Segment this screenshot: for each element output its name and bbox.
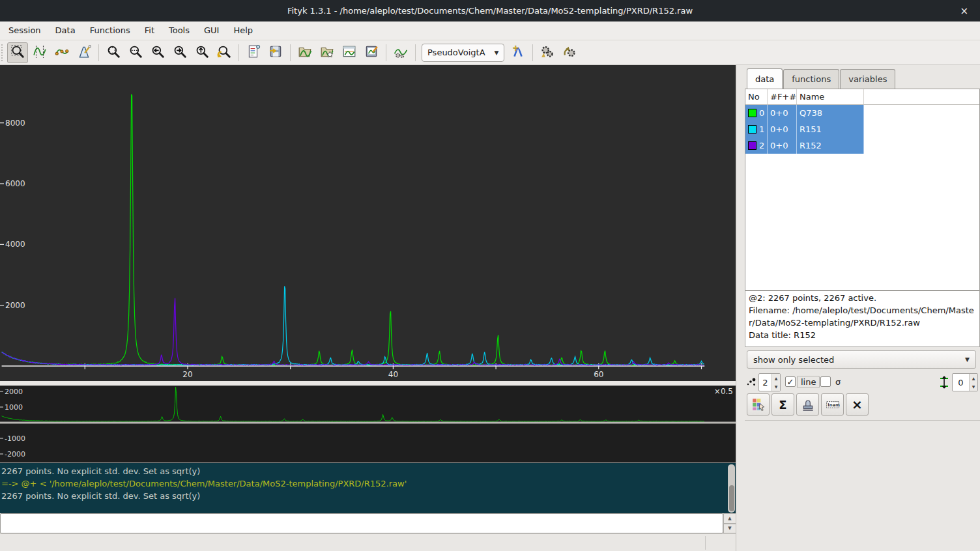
menu-bar: Session Data Functions Fit Tools GUI Hel… xyxy=(0,21,980,40)
spinner-down-icon[interactable]: ▼ xyxy=(723,524,736,534)
tab-functions[interactable]: functions xyxy=(783,69,839,89)
menu-tools[interactable]: Tools xyxy=(162,21,197,40)
plot-splitter[interactable] xyxy=(0,381,736,386)
fityk-window: Fityk 1.3.1 - /home/aleplo/test/Document… xyxy=(0,0,980,551)
point-size-icon xyxy=(746,377,757,388)
dataset-name: R151 xyxy=(797,121,864,137)
show-filter-value: show only selected xyxy=(753,355,834,365)
dataset-color-swatch[interactable] xyxy=(748,125,757,134)
console-scrollbar-thumb[interactable] xyxy=(729,485,734,511)
console-scrollbar[interactable] xyxy=(728,464,735,513)
svg-text:1000: 1000 xyxy=(5,403,23,412)
rename-button[interactable]: Inam xyxy=(821,393,844,416)
spinner-up-icon[interactable]: ▲ xyxy=(970,374,977,382)
aux-plot-canvas: 20001000-1000-2000 xyxy=(0,386,736,462)
table-row-r151[interactable]: 1 0+0 R151 xyxy=(745,121,864,137)
open-folder-star-icon xyxy=(320,44,334,61)
command-history-spinner[interactable]: ▲ ▼ xyxy=(723,513,736,533)
script-document-icon xyxy=(246,44,261,61)
svg-text:-2000: -2000 xyxy=(5,450,25,459)
peak-plus-icon: + xyxy=(511,44,525,61)
spinner-up-icon[interactable]: ▲ xyxy=(723,513,736,524)
load-data-button[interactable] xyxy=(295,42,315,63)
console-line: 2267 points. No explicit std. dev. Set a… xyxy=(1,490,736,502)
sigma-checkbox-label[interactable]: σ xyxy=(832,376,844,388)
zoom-left-icon xyxy=(151,44,165,61)
main-plot[interactable]: 2040602000400060008000 xyxy=(0,65,736,381)
y-shift-icon xyxy=(938,376,950,389)
menu-gui[interactable]: GUI xyxy=(197,21,226,40)
background-mode-button[interactable] xyxy=(51,42,72,63)
zoom-vertical-button[interactable] xyxy=(192,42,212,63)
tab-data[interactable]: data xyxy=(747,68,783,89)
point-size-stepper[interactable]: 2 ▲▼ xyxy=(758,373,781,391)
dataset-name: R152 xyxy=(797,137,864,154)
zoom-previous-button[interactable] xyxy=(214,42,235,63)
aux-scale-label: ×0.5 xyxy=(714,387,733,396)
function-type-select[interactable]: PseudoVoigtA ▼ xyxy=(422,44,504,62)
peak-wand-icon xyxy=(77,44,91,61)
add-peak-mode-button[interactable] xyxy=(74,42,94,63)
console-line: 2267 points. No explicit std. dev. Set a… xyxy=(1,465,736,477)
toolbar-separator xyxy=(415,44,416,61)
menu-data[interactable]: Data xyxy=(48,21,83,40)
svg-text:4000: 4000 xyxy=(5,240,25,249)
toolbar-grip[interactable] xyxy=(1,44,7,61)
script-log-button[interactable] xyxy=(243,42,264,63)
spinner-down-icon[interactable]: ▼ xyxy=(970,382,977,391)
dataset-color-swatch[interactable] xyxy=(748,109,757,117)
copy-data-button[interactable] xyxy=(796,393,819,416)
zoom-all-button[interactable] xyxy=(103,42,124,63)
column-header-f: #F+# xyxy=(768,89,797,104)
data-style-button[interactable] xyxy=(747,393,770,416)
toolbar-separator xyxy=(238,44,239,61)
spinner-up-icon[interactable]: ▲ xyxy=(772,374,780,382)
save-image-button[interactable] xyxy=(361,42,382,63)
run-fit-button[interactable] xyxy=(537,42,558,63)
line-checkbox-label[interactable]: line xyxy=(797,376,820,388)
dataset-func-count: 0+0 xyxy=(768,121,797,137)
sum-button[interactable]: Σ xyxy=(771,393,794,416)
curve-gears-icon xyxy=(394,44,408,61)
zoom-right-button[interactable] xyxy=(169,42,190,63)
line-checkbox[interactable]: ✓ xyxy=(785,376,796,387)
aux-plot[interactable]: 20001000-1000-2000 ×0.5 xyxy=(0,386,736,462)
open-folder-curve-icon xyxy=(298,44,312,61)
svg-text:60: 60 xyxy=(594,370,603,379)
check-icon: ✓ xyxy=(787,377,794,387)
menu-help[interactable]: Help xyxy=(226,21,260,40)
delete-dataset-button[interactable]: × xyxy=(846,393,869,416)
info-title: Data title: R152 xyxy=(749,329,976,341)
data-transform-button[interactable] xyxy=(390,42,411,63)
dataset-color-swatch[interactable] xyxy=(748,141,757,150)
zoom-mode-button[interactable] xyxy=(7,42,28,63)
y-shift-stepper[interactable]: 0 ▲▼ xyxy=(952,373,978,391)
zoom-up-icon xyxy=(195,44,209,61)
show-filter-select[interactable]: show only selected ▼ xyxy=(747,350,976,369)
plot-window-icon xyxy=(342,44,356,61)
svg-text:Inam: Inam xyxy=(828,403,840,408)
close-icon[interactable]: × xyxy=(956,0,972,21)
tab-variables[interactable]: variables xyxy=(840,69,895,89)
menu-functions[interactable]: Functions xyxy=(83,21,137,40)
auto-add-peak-button[interactable]: + xyxy=(508,42,528,63)
side-panel-splitter[interactable] xyxy=(736,65,745,551)
sigma-checkbox[interactable] xyxy=(820,376,831,387)
dataset-func-count: 0+0 xyxy=(768,137,797,154)
menu-fit[interactable]: Fit xyxy=(137,21,162,40)
plot-export-button[interactable] xyxy=(339,42,360,63)
save-session-button[interactable] xyxy=(265,42,286,63)
table-row-q738[interactable]: 0 0+0 Q738 xyxy=(745,105,864,121)
zoom-left-button[interactable] xyxy=(147,42,168,63)
table-row-r152[interactable]: 2 0+0 R152 xyxy=(745,137,864,154)
load-data-custom-button[interactable] xyxy=(317,42,338,63)
zoom-horizontal-button[interactable] xyxy=(125,42,146,63)
svg-text:40: 40 xyxy=(388,370,398,379)
undo-fit-button[interactable] xyxy=(559,42,580,63)
command-input[interactable] xyxy=(0,513,723,533)
menu-session[interactable]: Session xyxy=(1,21,48,40)
data-range-mode-button[interactable] xyxy=(29,42,50,63)
output-console[interactable]: 2267 points. No explicit std. dev. Set a… xyxy=(0,462,736,513)
column-header-name: Name xyxy=(797,89,864,104)
spinner-down-icon[interactable]: ▼ xyxy=(772,382,780,391)
